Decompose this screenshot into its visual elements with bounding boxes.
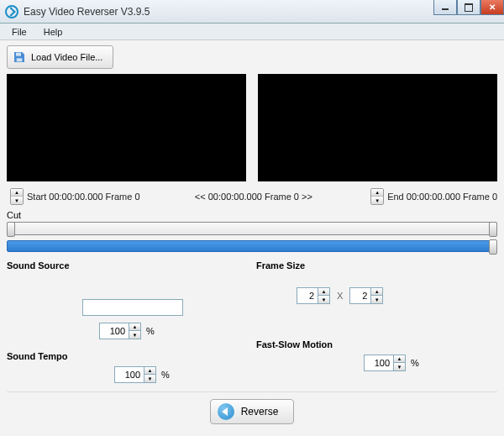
sound-source-percent-spinner[interactable]: ▲▼ xyxy=(99,323,141,339)
spinner-down-icon[interactable]: ▼ xyxy=(318,296,329,303)
fast-slow-spinner[interactable]: ▲▼ xyxy=(364,355,406,371)
diskette-icon xyxy=(13,50,26,64)
spinner-up-icon[interactable]: ▲ xyxy=(11,189,23,197)
load-video-button[interactable]: Load Video File... xyxy=(7,45,113,69)
time-row: ▲ ▼ Start 00:00:00.000 Frame 0 << 00:00:… xyxy=(7,188,497,205)
frame-width-input[interactable] xyxy=(297,291,318,301)
app-icon xyxy=(5,5,18,18)
spinner-up-icon[interactable]: ▲ xyxy=(144,367,155,375)
preview-left xyxy=(7,74,246,181)
progress-track[interactable] xyxy=(7,240,497,252)
load-video-label: Load Video File... xyxy=(31,52,102,62)
fast-slow-label: Fast-Slow Motion xyxy=(256,339,497,349)
right-column: Frame Size ▲▼ X ▲▼ Fast-Slow Motion ▲▼ xyxy=(256,260,497,383)
reverse-label: Reverse xyxy=(241,406,279,418)
dimension-separator: X xyxy=(337,291,343,301)
spinner-down-icon[interactable]: ▼ xyxy=(370,296,382,303)
spinner-up-icon[interactable]: ▲ xyxy=(129,323,140,331)
cut-handle-end[interactable] xyxy=(489,222,497,237)
maximize-button[interactable] xyxy=(457,0,480,15)
percent-suffix: % xyxy=(411,358,419,368)
menu-file[interactable]: File xyxy=(3,25,35,39)
spinner-up-icon[interactable]: ▲ xyxy=(370,288,382,296)
sound-source-percent-input[interactable] xyxy=(100,326,129,336)
end-time-label: End 00:00:00.000 Frame 0 xyxy=(387,192,497,202)
menu-bar: File Help xyxy=(0,24,504,40)
title-bar: Easy Video Reverser V3.9.5 ✕ xyxy=(0,0,504,24)
reverse-arrow-icon xyxy=(218,403,234,420)
spinner-down-icon[interactable]: ▼ xyxy=(371,197,383,204)
window-title: Easy Video Reverser V3.9.5 xyxy=(24,6,150,18)
reverse-button[interactable]: Reverse xyxy=(210,399,295,424)
minimize-button[interactable] xyxy=(433,0,457,15)
sound-tempo-spinner[interactable]: ▲▼ xyxy=(114,366,156,383)
spinner-down-icon[interactable]: ▼ xyxy=(144,375,155,382)
spinner-up-icon[interactable]: ▲ xyxy=(371,189,383,197)
close-button[interactable]: ✕ xyxy=(480,0,504,15)
progress-handle[interactable] xyxy=(489,239,497,255)
frame-height-input[interactable] xyxy=(350,291,370,301)
frame-size-label: Frame Size xyxy=(256,260,497,271)
cut-track[interactable] xyxy=(7,222,497,235)
sound-source-input[interactable] xyxy=(82,299,183,316)
spinner-down-icon[interactable]: ▼ xyxy=(393,363,405,370)
fast-slow-input[interactable] xyxy=(365,358,393,368)
left-column: Sound Source ▲▼ % Sound Tempo ▲▼ % xyxy=(7,260,248,383)
percent-suffix: % xyxy=(161,370,170,380)
frame-height-spinner[interactable]: ▲▼ xyxy=(349,287,383,304)
menu-help[interactable]: Help xyxy=(35,25,71,39)
start-frame-spinner[interactable]: ▲ ▼ xyxy=(10,188,24,205)
spinner-down-icon[interactable]: ▼ xyxy=(129,331,140,339)
cut-label: Cut xyxy=(7,210,497,220)
start-time-label: Start 00:00:00.000 Frame 0 xyxy=(27,192,140,202)
window-controls: ✕ xyxy=(433,0,504,15)
spinner-up-icon[interactable]: ▲ xyxy=(318,288,329,296)
content-area: Load Video File... ▲ ▼ Start 00:00:00.00… xyxy=(0,40,504,436)
cut-handle-start[interactable] xyxy=(7,222,15,237)
spinner-up-icon[interactable]: ▲ xyxy=(393,355,405,363)
sound-source-label: Sound Source xyxy=(7,260,248,271)
preview-row xyxy=(7,74,497,181)
sound-tempo-label: Sound Tempo xyxy=(7,351,248,361)
current-time-label: << 00:00:00.000 Frame 0 >> xyxy=(195,192,312,202)
frame-width-spinner[interactable]: ▲▼ xyxy=(297,287,330,304)
bottom-bar: Reverse xyxy=(7,391,497,424)
end-frame-spinner[interactable]: ▲ ▼ xyxy=(370,188,384,205)
sound-tempo-input[interactable] xyxy=(115,370,144,380)
spinner-down-icon[interactable]: ▼ xyxy=(11,197,23,204)
settings-grid: Sound Source ▲▼ % Sound Tempo ▲▼ % xyxy=(7,260,497,383)
percent-suffix: % xyxy=(146,326,155,336)
preview-right xyxy=(258,74,497,181)
